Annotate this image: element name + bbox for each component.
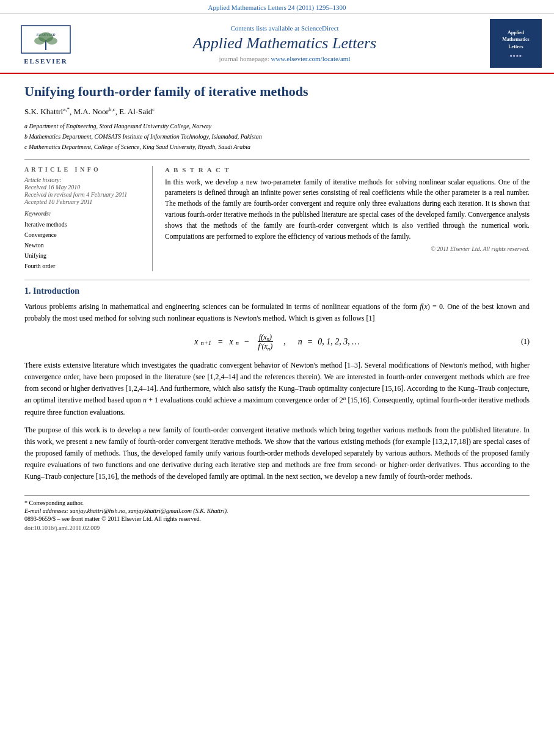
keywords-block: Keywords: Iterative methods Convergence … [24,210,143,271]
formula-1-number: (1) [521,337,530,346]
intro-para-1: Various problems arising in mathematical… [24,301,530,324]
paper-title: Unifying fourth-order family of iterativ… [24,83,530,101]
issn-line: 0893-9659/$ – see front matter © 2011 El… [24,515,530,522]
author-1: S.K. Khattri [24,107,63,116]
elsevier-brand-text: ELSEVIER [24,57,68,65]
intro-para-2: There exists extensive literature which … [24,360,530,418]
keywords-heading: Keywords: [24,210,143,217]
accepted-date: Accepted 10 February 2011 [24,198,143,205]
copyright-line: © 2011 Elsevier Ltd. All rights reserved… [165,245,530,252]
affiliations-block: a Department of Engineering, Stord Hauge… [24,122,530,152]
affiliation-c: c Mathematics Department, College of Sci… [24,142,530,152]
keyword-3: Newton [24,240,143,250]
journal-center-info: Contents lists available at ScienceDirec… [86,24,484,62]
sciencedirect-label: Contents lists available at ScienceDirec… [86,24,484,32]
keyword-1: Iterative methods [24,219,143,230]
article-info-column: A R T I C L E I N F O Article history: R… [24,166,153,271]
article-info-heading: A R T I C L E I N F O [24,166,143,173]
elsevier-logo-icon: ELSEVIER [18,23,73,56]
formula-1-block: xn+1 = xn − f(xn) f′(xn) , n = 0, 1, 2, … [24,333,530,351]
authors-line: S.K. Khattria,*, M.A. Noorb,c, E. Al-Sai… [24,107,530,117]
author-3: E. Al-Said [119,107,152,116]
footnotes-area: * Corresponding author. E-mail addresses… [24,495,530,531]
intro-para-3: The purpose of this work is to develop a… [24,424,530,483]
publisher-logo-area: ELSEVIER ELSEVIER [12,23,79,65]
author-2: M.A. Noor [73,107,108,116]
abstract-text: In this work, we develop a new two-param… [165,177,530,242]
formula-1: xn+1 = xn − f(xn) f′(xn) , n = 0, 1, 2, … [194,333,359,351]
journal-homepage-line: journal homepage: www.elsevier.com/locat… [86,55,484,62]
keyword-4: Unifying [24,250,143,261]
keywords-list: Iterative methods Convergence Newton Uni… [24,219,143,271]
section-1: 1. Introduction Various problems arising… [24,286,530,483]
abstract-divider [24,280,530,280]
main-content-area: Unifying fourth-order family of iterativ… [0,74,554,545]
journal-citation-bar: Applied Mathematics Letters 24 (2011) 12… [0,0,554,14]
keyword-5: Fourth order [24,261,143,271]
revised-date: Received in revised form 4 February 2011 [24,191,143,198]
journal-header: ELSEVIER ELSEVIER Contents lists availab… [0,14,554,74]
svg-point-5 [46,37,57,45]
header-divider [24,159,530,160]
journal-homepage-link[interactable]: www.elsevier.com/locate/aml [271,55,350,62]
journal-cover-image: Applied Mathematics Letters ■ ■ ■ ■ [490,19,542,68]
cover-title-text: Applied Mathematics Letters [502,29,529,50]
email-line: E-mail addresses: sanjay.khattri@hsh.no,… [24,507,530,514]
keyword-2: Convergence [24,230,143,240]
section-1-title: 1. Introduction [24,286,530,296]
affiliation-b: b Mathematics Department, COMSATS Instit… [24,132,530,142]
received-date: Received 16 May 2010 [24,184,143,191]
doi-line: doi:10.1016/j.aml.2011.02.009 [24,525,530,531]
journal-citation: Applied Mathematics Letters 24 (2011) 12… [208,4,346,11]
article-history-block: Article history: Received 16 May 2010 Re… [24,176,143,205]
history-label: Article history: [24,176,143,183]
cover-decoration: ■ ■ ■ ■ [510,54,522,57]
affiliation-a: a Department of Engineering, Stord Hauge… [24,122,530,131]
abstract-heading: A B S T R A C T [165,166,530,173]
journal-name-header: Applied Mathematics Letters [86,34,484,53]
info-abstract-columns: A R T I C L E I N F O Article history: R… [24,166,530,271]
abstract-column: A B S T R A C T In this work, we develop… [165,166,530,271]
corresponding-author-note: * Corresponding author. [24,500,530,506]
svg-point-4 [34,37,45,45]
